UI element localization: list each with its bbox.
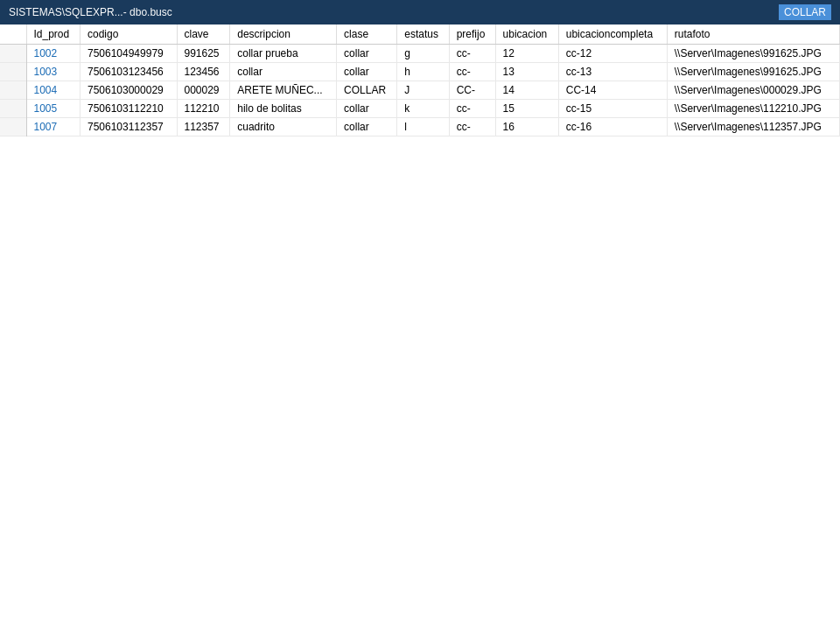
- cell-estatus: g: [397, 45, 449, 63]
- cell-codigo: 7506103112210: [80, 100, 177, 118]
- cell-descripcion: cuadrito: [230, 118, 337, 136]
- col-descripcion[interactable]: descripcion: [230, 24, 337, 45]
- data-table: Id_prod codigo clave descripcion clase e…: [0, 24, 840, 136]
- cell-clave: 112210: [177, 100, 230, 118]
- cell-ubicacioncompleta: cc-13: [558, 63, 667, 81]
- main-window: SISTEMAS\SQLEXPR...- dbo.busc COLLAR Id_…: [0, 0, 840, 630]
- cell-ubicacion: 13: [495, 63, 558, 81]
- title-bar-highlight: COLLAR: [779, 4, 831, 20]
- row-indicator: [0, 63, 26, 81]
- cell-clase: collar: [337, 100, 397, 118]
- table-header: Id_prod codigo clave descripcion clase e…: [0, 24, 840, 45]
- col-clase[interactable]: clase: [337, 24, 397, 45]
- table-row[interactable]: 10047506103000029000029ARETE MUÑEC...COL…: [0, 81, 840, 100]
- cell-rutafoto: \\Server\Imagenes\112210.JPG: [667, 100, 839, 118]
- cell-clase: collar: [337, 45, 397, 63]
- cell-clave: 000029: [177, 81, 230, 100]
- cell-descripcion: collar prueba: [230, 45, 337, 63]
- cell-clase: COLLAR: [337, 81, 397, 100]
- cell-ubicacioncompleta: CC-14: [558, 81, 667, 100]
- cell-id-prod: 1007: [26, 118, 80, 136]
- table-row[interactable]: 10057506103112210112210hilo de bolitasco…: [0, 100, 840, 118]
- cell-estatus: J: [397, 81, 449, 100]
- col-clave[interactable]: clave: [177, 24, 230, 45]
- cell-descripcion: hilo de bolitas: [230, 100, 337, 118]
- col-rutafoto[interactable]: rutafoto: [667, 24, 839, 45]
- cell-ubicacioncompleta: cc-16: [558, 118, 667, 136]
- cell-codigo: 7506103112357: [80, 118, 177, 136]
- content-area[interactable]: Id_prod codigo clave descripcion clase e…: [0, 24, 840, 630]
- header-row: Id_prod codigo clave descripcion clase e…: [0, 24, 840, 45]
- cell-id-prod: 1003: [26, 63, 80, 81]
- cell-ubicacion: 12: [495, 45, 558, 63]
- cell-clave: 991625: [177, 45, 230, 63]
- cell-rutafoto: \\Server\Imagenes\112357.JPG: [667, 118, 839, 136]
- cell-codigo: 7506103000029: [80, 81, 177, 100]
- cell-clase: collar: [337, 63, 397, 81]
- cell-ubicacion: 15: [495, 100, 558, 118]
- cell-rutafoto: \\Server\Imagenes\991625.JPG: [667, 45, 839, 63]
- cell-id-prod: 1002: [26, 45, 80, 63]
- cell-rutafoto: \\Server\Imagenes\000029.JPG: [667, 81, 839, 100]
- row-indicator: [0, 118, 26, 136]
- cell-id-prod: 1005: [26, 100, 80, 118]
- cell-ubicacioncompleta: cc-12: [558, 45, 667, 63]
- table-row[interactable]: 10037506103123456123456collarcollarhcc-1…: [0, 63, 840, 81]
- row-indicator: [0, 100, 26, 118]
- col-prefijo[interactable]: prefijo: [449, 24, 495, 45]
- col-id-prod[interactable]: Id_prod: [26, 24, 80, 45]
- cell-clave: 112357: [177, 118, 230, 136]
- table-row[interactable]: 10027506104949979991625collar pruebacoll…: [0, 45, 840, 63]
- cell-estatus: l: [397, 118, 449, 136]
- cell-estatus: h: [397, 63, 449, 81]
- cell-rutafoto: \\Server\Imagenes\991625.JPG: [667, 63, 839, 81]
- cell-prefijo: cc-: [449, 118, 495, 136]
- cell-descripcion: ARETE MUÑEC...: [230, 81, 337, 100]
- cell-clave: 123456: [177, 63, 230, 81]
- col-ubicacion[interactable]: ubicacion: [495, 24, 558, 45]
- cell-ubicacion: 16: [495, 118, 558, 136]
- col-indicator: [0, 24, 26, 45]
- cell-ubicacion: 14: [495, 81, 558, 100]
- cell-codigo: 7506104949979: [80, 45, 177, 63]
- cell-id-prod: 1004: [26, 81, 80, 100]
- cell-codigo: 7506103123456: [80, 63, 177, 81]
- table-body: 10027506104949979991625collar pruebacoll…: [0, 45, 840, 136]
- cell-prefijo: cc-: [449, 45, 495, 63]
- row-indicator: [0, 81, 26, 100]
- col-codigo[interactable]: codigo: [80, 24, 177, 45]
- cell-prefijo: cc-: [449, 100, 495, 118]
- col-ubicacioncompleta[interactable]: ubicacioncompleta: [558, 24, 667, 45]
- cell-prefijo: CC-: [449, 81, 495, 100]
- title-bar: SISTEMAS\SQLEXPR...- dbo.busc COLLAR: [0, 0, 840, 24]
- table-row[interactable]: 10077506103112357112357cuadritocollarlcc…: [0, 118, 840, 136]
- cell-prefijo: cc-: [449, 63, 495, 81]
- cell-clase: collar: [337, 118, 397, 136]
- cell-ubicacioncompleta: cc-15: [558, 100, 667, 118]
- cell-estatus: k: [397, 100, 449, 118]
- col-estatus[interactable]: estatus: [397, 24, 449, 45]
- row-indicator: [0, 45, 26, 63]
- title-bar-text: SISTEMAS\SQLEXPR...- dbo.busc: [9, 6, 775, 18]
- cell-descripcion: collar: [230, 63, 337, 81]
